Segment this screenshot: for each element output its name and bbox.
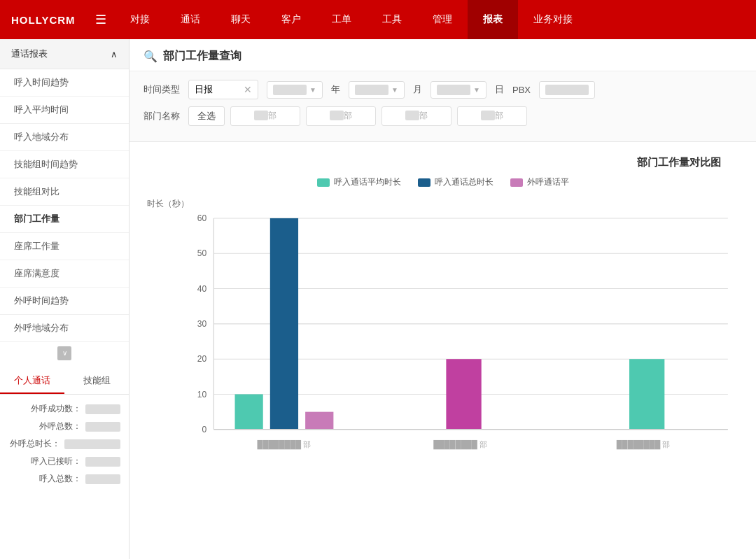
dept-chip-2[interactable]: 部 [306, 106, 376, 126]
sidebar-item-dept-workload[interactable]: 部门工作量 [0, 206, 129, 233]
stat-value-inbound-total [85, 474, 120, 484]
svg-text:10: 10 [197, 390, 207, 399]
sidebar-item-inbound-region[interactable]: 呼入地域分布 [0, 124, 129, 151]
nav-item-docking[interactable]: 对接 [115, 0, 165, 39]
bar-dept2-outbound [446, 359, 481, 430]
year-value [273, 85, 307, 95]
nav-item-reports[interactable]: 报表 [468, 0, 518, 39]
stat-value-outbound-success [85, 404, 120, 414]
nav-item-calls[interactable]: 通话 [165, 0, 216, 39]
hamburger-icon[interactable]: ☰ [87, 12, 115, 27]
layout: 通话报表 ∧ 呼入时间趋势 呼入平均时间 呼入地域分布 技能组时间趋势 技能组对… [0, 39, 756, 559]
day-value [437, 85, 470, 95]
svg-text:0: 0 [202, 425, 207, 434]
sidebar-item-inbound-trend[interactable]: 呼入时间趋势 [0, 69, 129, 97]
dept-chip-3[interactable]: 部 [382, 106, 451, 126]
chevron-up-icon[interactable]: ∧ [111, 49, 118, 59]
y-axis-label: 时长（秒） [147, 198, 189, 210]
svg-text:40: 40 [197, 284, 207, 294]
svg-text:30: 30 [197, 319, 207, 329]
legend-label-inbound-total: 呼入通话总时长 [435, 176, 493, 188]
bar-dept1-outbound-avg [305, 412, 333, 430]
sidebar-item-inbound-avg[interactable]: 呼入平均时间 [0, 97, 129, 124]
dept-chips: 全选 部 部 部 部 [188, 106, 527, 126]
legend-color-inbound-total [418, 178, 430, 187]
tab-skill-group[interactable]: 技能组 [64, 369, 129, 394]
svg-text:50: 50 [197, 248, 207, 258]
filter-area: 时间类型 日报 ✕ ▼ 年 ▼ 月 ▼ [130, 71, 756, 142]
sidebar-item-satisfaction[interactable]: 座席满意度 [0, 260, 129, 288]
legend-item-inbound-avg: 呼入通话平均时长 [317, 176, 401, 188]
year-dropdown-icon[interactable]: ▼ [309, 86, 316, 94]
year-select[interactable]: ▼ [267, 81, 323, 99]
stat-inbound-answered: 呼入已接听： [8, 453, 120, 470]
dept-chip-4[interactable]: 部 [457, 106, 527, 126]
svg-text:████████
            部: ████████ 部 [258, 439, 312, 450]
legend-color-inbound-avg [317, 178, 330, 187]
sidebar-stats: 外呼成功数： 外呼总数： 外呼总时长： 呼入已接听： 呼入总数： [0, 395, 129, 493]
dept-chip-1[interactable]: 部 [230, 106, 300, 126]
time-type-select[interactable]: 日报 ✕ [188, 80, 258, 99]
nav-item-chat[interactable]: 聊天 [216, 0, 266, 39]
legend-color-outbound-avg [510, 178, 523, 187]
sidebar-item-skill-trend[interactable]: 技能组时间趋势 [0, 151, 129, 178]
sidebar-item-outbound-region[interactable]: 外呼地域分布 [0, 315, 129, 342]
bar-dept3-outbound [629, 359, 664, 430]
bar-dept1-inbound-total [270, 218, 298, 430]
nav-item-customers[interactable]: 客户 [266, 0, 316, 39]
search-icon: 🔍 [144, 50, 158, 63]
legend-item-inbound-total: 呼入通话总时长 [418, 176, 493, 188]
stat-label-inbound-answered: 呼入已接听： [8, 455, 81, 467]
day-dropdown-icon[interactable]: ▼ [473, 86, 480, 94]
filter-row-dept: 部门名称 全选 部 部 部 部 [144, 106, 742, 126]
nav-item-tickets[interactable]: 工单 [316, 0, 367, 39]
sidebar: 通话报表 ∧ 呼入时间趋势 呼入平均时间 呼入地域分布 技能组时间趋势 技能组对… [0, 39, 130, 559]
day-select[interactable]: ▼ [430, 81, 486, 99]
pbx-label: PBX [512, 85, 531, 95]
chart-container: 时长（秒） 0 10 20 30 [178, 198, 742, 480]
sidebar-item-skill-compare[interactable]: 技能组对比 [0, 178, 129, 206]
svg-text:████████
            部: ████████ 部 [617, 439, 671, 450]
svg-text:████████
            部: ████████ 部 [433, 439, 487, 450]
nav-item-tools[interactable]: 工具 [367, 0, 417, 39]
chart-area: 部门工作量对比图 呼入通话平均时长 呼入通话总时长 外呼通话平 时长（秒） [130, 142, 756, 487]
stat-outbound-duration: 外呼总时长： [8, 435, 120, 453]
dept-label: 部门名称 [144, 110, 180, 122]
pbx-select[interactable] [539, 81, 595, 99]
legend-item-outbound-avg: 外呼通话平 [510, 176, 569, 188]
chart-title: 部门工作量对比图 [144, 156, 742, 169]
nav-item-biz[interactable]: 业务对接 [518, 0, 588, 39]
page-title: 部门工作量查询 [163, 49, 241, 64]
month-value [355, 85, 388, 95]
stat-value-outbound-duration [64, 439, 120, 449]
stat-value-outbound-total [85, 422, 120, 432]
expand-sidebar-icon[interactable]: ∨ [57, 346, 71, 360]
time-type-value: 日报 [195, 83, 241, 96]
month-unit: 月 [413, 83, 422, 96]
sidebar-item-agent-workload[interactable]: 座席工作量 [0, 233, 129, 260]
month-dropdown-icon[interactable]: ▼ [391, 86, 398, 94]
select-all-button[interactable]: 全选 [188, 106, 225, 126]
stat-outbound-success: 外呼成功数： [8, 400, 120, 418]
sidebar-group-title: 通话报表 ∧ [0, 39, 129, 69]
stat-label-inbound-total: 呼入总数： [8, 473, 81, 485]
chart-svg: 0 10 20 30 40 50 60 [178, 198, 742, 478]
top-nav: HOLLYCRM ☰ 对接 通话 聊天 客户 工单 工具 管理 报表 业务对接 [0, 0, 756, 39]
nav-item-admin[interactable]: 管理 [417, 0, 468, 39]
svg-text:20: 20 [197, 354, 207, 364]
chart-legend: 呼入通话平均时长 呼入通话总时长 外呼通话平 [144, 176, 742, 188]
nav-items: 对接 通话 聊天 客户 工单 工具 管理 报表 业务对接 [115, 0, 756, 39]
bar-dept1-inbound-avg [235, 395, 263, 430]
sidebar-item-outbound-trend[interactable]: 外呼时间趋势 [0, 288, 129, 315]
tab-personal-calls[interactable]: 个人通话 [0, 369, 64, 394]
page-header: 🔍 部门工作量查询 [130, 39, 756, 71]
stat-label-outbound-total: 外呼总数： [8, 420, 81, 432]
filter-row-time: 时间类型 日报 ✕ ▼ 年 ▼ 月 ▼ [144, 80, 742, 99]
app-logo: HOLLYCRM [0, 14, 87, 26]
time-type-label: 时间类型 [144, 83, 180, 96]
clear-time-type-icon[interactable]: ✕ [244, 84, 252, 95]
month-select[interactable]: ▼ [349, 81, 405, 99]
legend-label-outbound-avg: 外呼通话平 [527, 176, 569, 188]
pbx-value [545, 85, 589, 95]
stat-label-outbound-duration: 外呼总时长： [8, 438, 60, 450]
